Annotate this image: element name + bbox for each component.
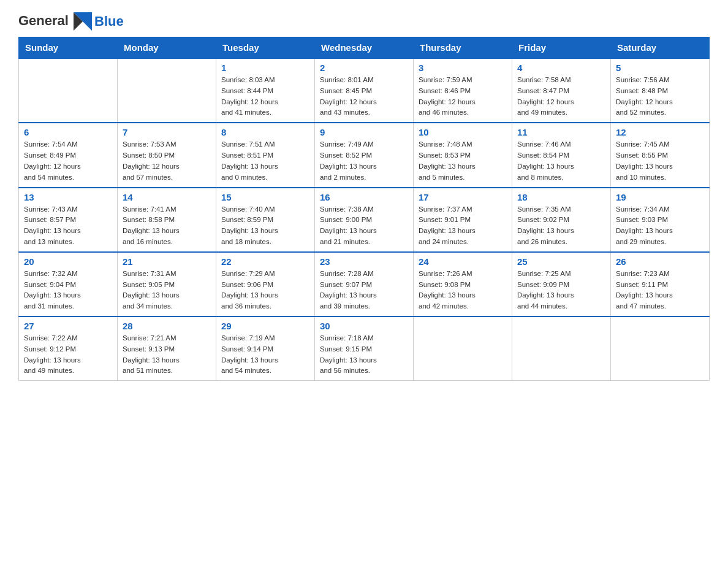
- calendar-cell: 6Sunrise: 7:54 AM Sunset: 8:49 PM Daylig…: [19, 123, 118, 187]
- calendar-cell: 24Sunrise: 7:26 AM Sunset: 9:08 PM Dayli…: [414, 252, 512, 316]
- day-number: 25: [517, 256, 605, 267]
- day-number: 5: [616, 63, 704, 73]
- day-number: 7: [123, 127, 211, 137]
- calendar-cell: [512, 316, 611, 381]
- day-number: 27: [24, 321, 112, 331]
- weekday-header-tuesday: Tuesday: [216, 37, 315, 59]
- day-info: Sunrise: 7:22 AM Sunset: 9:12 PM Dayligh…: [24, 333, 112, 377]
- calendar-cell: 5Sunrise: 7:56 AM Sunset: 8:48 PM Daylig…: [611, 58, 710, 123]
- day-info: Sunrise: 7:26 AM Sunset: 9:08 PM Dayligh…: [419, 269, 507, 312]
- calendar-cell: 15Sunrise: 7:40 AM Sunset: 8:59 PM Dayli…: [216, 188, 315, 252]
- day-number: 29: [221, 321, 309, 331]
- day-info: Sunrise: 7:21 AM Sunset: 9:13 PM Dayligh…: [123, 333, 211, 377]
- calendar-cell: [19, 58, 118, 123]
- day-info: Sunrise: 7:58 AM Sunset: 8:47 PM Dayligh…: [517, 75, 605, 118]
- weekday-header-row: SundayMondayTuesdayWednesdayThursdayFrid…: [19, 37, 710, 59]
- day-info: Sunrise: 7:25 AM Sunset: 9:09 PM Dayligh…: [517, 269, 605, 312]
- calendar-cell: 27Sunrise: 7:22 AM Sunset: 9:12 PM Dayli…: [19, 316, 118, 381]
- day-number: 21: [123, 256, 211, 267]
- day-info: Sunrise: 7:31 AM Sunset: 9:05 PM Dayligh…: [123, 269, 211, 312]
- logo-text-general: General: [18, 12, 94, 31]
- calendar-cell: 9Sunrise: 7:49 AM Sunset: 8:52 PM Daylig…: [315, 123, 414, 187]
- calendar-cell: 8Sunrise: 7:51 AM Sunset: 8:51 PM Daylig…: [216, 123, 315, 187]
- calendar-cell: 20Sunrise: 7:32 AM Sunset: 9:04 PM Dayli…: [19, 252, 118, 316]
- day-info: Sunrise: 7:28 AM Sunset: 9:07 PM Dayligh…: [320, 269, 408, 312]
- weekday-header-monday: Monday: [118, 37, 216, 59]
- day-info: Sunrise: 7:45 AM Sunset: 8:55 PM Dayligh…: [616, 139, 704, 183]
- calendar-cell: [611, 316, 710, 381]
- calendar-cell: 12Sunrise: 7:45 AM Sunset: 8:55 PM Dayli…: [611, 123, 710, 187]
- day-number: 4: [517, 63, 605, 73]
- day-number: 1: [221, 63, 309, 73]
- week-row-5: 27Sunrise: 7:22 AM Sunset: 9:12 PM Dayli…: [19, 316, 710, 381]
- calendar-cell: 17Sunrise: 7:37 AM Sunset: 9:01 PM Dayli…: [414, 188, 512, 252]
- day-number: 13: [24, 192, 112, 202]
- calendar-cell: 7Sunrise: 7:53 AM Sunset: 8:50 PM Daylig…: [118, 123, 216, 187]
- calendar-cell: 21Sunrise: 7:31 AM Sunset: 9:05 PM Dayli…: [118, 252, 216, 316]
- calendar-cell: 22Sunrise: 7:29 AM Sunset: 9:06 PM Dayli…: [216, 252, 315, 316]
- week-row-1: 1Sunrise: 8:03 AM Sunset: 8:44 PM Daylig…: [19, 58, 710, 123]
- weekday-header-sunday: Sunday: [19, 37, 118, 59]
- day-info: Sunrise: 8:01 AM Sunset: 8:45 PM Dayligh…: [320, 75, 408, 118]
- day-info: Sunrise: 7:18 AM Sunset: 9:15 PM Dayligh…: [320, 333, 408, 377]
- day-number: 20: [24, 256, 112, 267]
- weekday-header-wednesday: Wednesday: [315, 37, 414, 59]
- day-info: Sunrise: 7:34 AM Sunset: 9:03 PM Dayligh…: [616, 204, 704, 248]
- week-row-2: 6Sunrise: 7:54 AM Sunset: 8:49 PM Daylig…: [19, 123, 710, 187]
- day-info: Sunrise: 7:19 AM Sunset: 9:14 PM Dayligh…: [221, 333, 309, 377]
- day-info: Sunrise: 7:35 AM Sunset: 9:02 PM Dayligh…: [517, 204, 605, 248]
- calendar-cell: 10Sunrise: 7:48 AM Sunset: 8:53 PM Dayli…: [414, 123, 512, 187]
- day-info: Sunrise: 7:37 AM Sunset: 9:01 PM Dayligh…: [419, 204, 507, 248]
- day-info: Sunrise: 7:48 AM Sunset: 8:53 PM Dayligh…: [419, 139, 507, 183]
- weekday-header-thursday: Thursday: [414, 37, 512, 59]
- day-number: 16: [320, 192, 408, 202]
- week-row-3: 13Sunrise: 7:43 AM Sunset: 8:57 PM Dayli…: [19, 188, 710, 252]
- day-number: 12: [616, 127, 704, 137]
- day-number: 6: [24, 127, 112, 137]
- day-info: Sunrise: 7:41 AM Sunset: 8:58 PM Dayligh…: [123, 204, 211, 248]
- logo: General Blue: [18, 12, 124, 31]
- day-number: 18: [517, 192, 605, 202]
- weekday-header-saturday: Saturday: [611, 37, 710, 59]
- calendar-cell: 11Sunrise: 7:46 AM Sunset: 8:54 PM Dayli…: [512, 123, 611, 187]
- calendar-cell: 1Sunrise: 8:03 AM Sunset: 8:44 PM Daylig…: [216, 58, 315, 123]
- page-header: General Blue: [18, 12, 710, 31]
- calendar-table: SundayMondayTuesdayWednesdayThursdayFrid…: [18, 37, 710, 381]
- day-number: 8: [221, 127, 309, 137]
- day-info: Sunrise: 7:49 AM Sunset: 8:52 PM Dayligh…: [320, 139, 408, 183]
- day-info: Sunrise: 7:23 AM Sunset: 9:11 PM Dayligh…: [616, 269, 704, 312]
- calendar-cell: [118, 58, 216, 123]
- day-number: 28: [123, 321, 211, 331]
- day-info: Sunrise: 7:43 AM Sunset: 8:57 PM Dayligh…: [24, 204, 112, 248]
- calendar-cell: 18Sunrise: 7:35 AM Sunset: 9:02 PM Dayli…: [512, 188, 611, 252]
- day-info: Sunrise: 7:32 AM Sunset: 9:04 PM Dayligh…: [24, 269, 112, 312]
- calendar-cell: [414, 316, 512, 381]
- calendar-cell: 30Sunrise: 7:18 AM Sunset: 9:15 PM Dayli…: [315, 316, 414, 381]
- day-number: 9: [320, 127, 408, 137]
- calendar-cell: 26Sunrise: 7:23 AM Sunset: 9:11 PM Dayli…: [611, 252, 710, 316]
- day-number: 10: [419, 127, 507, 137]
- calendar-cell: 3Sunrise: 7:59 AM Sunset: 8:46 PM Daylig…: [414, 58, 512, 123]
- calendar-cell: 28Sunrise: 7:21 AM Sunset: 9:13 PM Dayli…: [118, 316, 216, 381]
- day-info: Sunrise: 7:38 AM Sunset: 9:00 PM Dayligh…: [320, 204, 408, 248]
- calendar-cell: 23Sunrise: 7:28 AM Sunset: 9:07 PM Dayli…: [315, 252, 414, 316]
- day-number: 26: [616, 256, 704, 267]
- day-number: 22: [221, 256, 309, 267]
- day-info: Sunrise: 7:54 AM Sunset: 8:49 PM Dayligh…: [24, 139, 112, 183]
- calendar-cell: 13Sunrise: 7:43 AM Sunset: 8:57 PM Dayli…: [19, 188, 118, 252]
- weekday-header-friday: Friday: [512, 37, 611, 59]
- calendar-cell: 16Sunrise: 7:38 AM Sunset: 9:00 PM Dayli…: [315, 188, 414, 252]
- day-info: Sunrise: 7:51 AM Sunset: 8:51 PM Dayligh…: [221, 139, 309, 183]
- day-number: 23: [320, 256, 408, 267]
- day-number: 17: [419, 192, 507, 202]
- day-number: 3: [419, 63, 507, 73]
- day-number: 14: [123, 192, 211, 202]
- calendar-cell: 2Sunrise: 8:01 AM Sunset: 8:45 PM Daylig…: [315, 58, 414, 123]
- day-info: Sunrise: 7:46 AM Sunset: 8:54 PM Dayligh…: [517, 139, 605, 183]
- calendar-cell: 4Sunrise: 7:58 AM Sunset: 8:47 PM Daylig…: [512, 58, 611, 123]
- logo-text-blue: Blue: [94, 13, 124, 29]
- day-info: Sunrise: 7:29 AM Sunset: 9:06 PM Dayligh…: [221, 269, 309, 312]
- calendar-cell: 19Sunrise: 7:34 AM Sunset: 9:03 PM Dayli…: [611, 188, 710, 252]
- day-number: 30: [320, 321, 408, 331]
- day-number: 2: [320, 63, 408, 73]
